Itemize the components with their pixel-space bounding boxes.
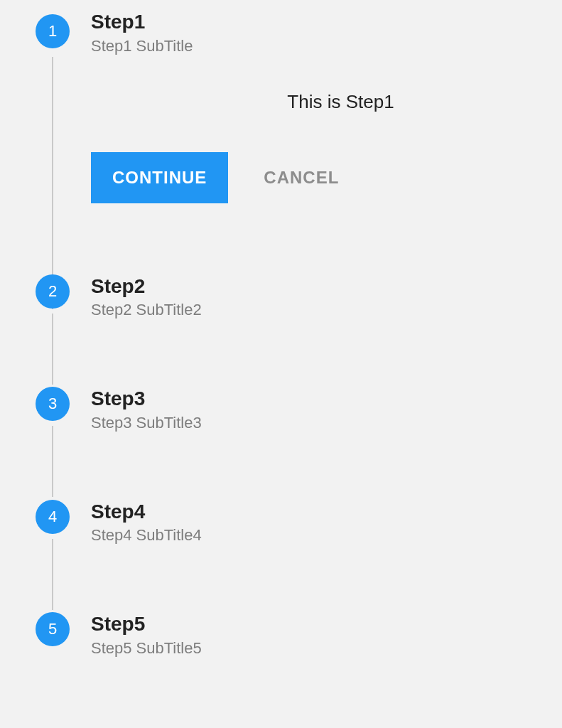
step-3[interactable]: 3 Step3 Step3 SubTitle3: [36, 387, 526, 432]
step-2-number: 2: [48, 282, 57, 301]
step-1-content-area: This is Step1 CONTINUE CANCEL: [91, 91, 526, 203]
connector-3-4: [52, 426, 53, 497]
connector-1-2: [52, 57, 53, 309]
step-2-labels: Step2 Step2 SubTitle2: [91, 274, 202, 320]
continue-button[interactable]: CONTINUE: [91, 152, 228, 203]
step-4-subtitle: Step4 SubTitle4: [91, 526, 202, 545]
spacer: [36, 203, 526, 274]
step-4-number-icon: 4: [36, 500, 70, 534]
step-2-number-icon: 2: [36, 274, 70, 309]
step-4-title: Step4: [91, 500, 202, 524]
cancel-button[interactable]: CANCEL: [256, 152, 346, 203]
step-4[interactable]: 4 Step4 Step4 SubTitle4: [36, 500, 526, 545]
spacer: [36, 319, 526, 387]
spacer: [36, 432, 526, 500]
vertical-stepper: 1 Step1 Step1 SubTitle This is Step1 CON…: [36, 14, 526, 658]
step-5-number: 5: [48, 620, 57, 638]
step-1-content-text: This is Step1: [155, 91, 526, 113]
step-1-title: Step1: [91, 10, 193, 34]
step-5-title: Step5: [91, 612, 202, 636]
step-1-button-row: CONTINUE CANCEL: [91, 152, 526, 203]
step-3-title: Step3: [91, 387, 202, 411]
step-3-subtitle: Step3 SubTitle3: [91, 414, 202, 432]
step-5-number-icon: 5: [36, 612, 70, 646]
step-4-number: 4: [48, 508, 57, 526]
spacer: [36, 545, 526, 612]
step-3-labels: Step3 Step3 SubTitle3: [91, 387, 202, 432]
step-1-subtitle: Step1 SubTitle: [91, 37, 193, 55]
connector-4-5: [52, 539, 53, 610]
step-1[interactable]: 1 Step1 Step1 SubTitle: [36, 14, 526, 55]
connector-2-3: [52, 314, 53, 385]
step-2-title: Step2: [91, 274, 202, 299]
step-3-number-icon: 3: [36, 387, 70, 421]
step-5-subtitle: Step5 SubTitle5: [91, 639, 202, 658]
step-5-labels: Step5 Step5 SubTitle5: [91, 612, 202, 658]
step-2[interactable]: 2 Step2 Step2 SubTitle2: [36, 274, 526, 320]
step-1-number: 1: [48, 22, 57, 41]
step-1-labels: Step1 Step1 SubTitle: [91, 10, 193, 55]
step-3-number: 3: [48, 395, 57, 413]
step-1-number-icon: 1: [36, 14, 70, 48]
step-5[interactable]: 5 Step5 Step5 SubTitle5: [36, 612, 526, 658]
step-2-subtitle: Step2 SubTitle2: [91, 301, 202, 319]
step-4-labels: Step4 Step4 SubTitle4: [91, 500, 202, 545]
